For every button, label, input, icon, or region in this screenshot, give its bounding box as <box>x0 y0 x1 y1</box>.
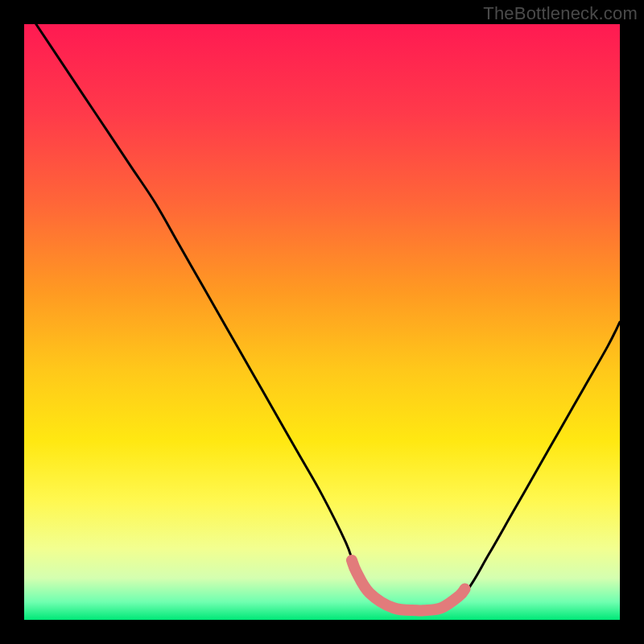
plot-svg <box>24 24 620 620</box>
chart-frame: TheBottleneck.com <box>0 0 644 644</box>
gradient-background <box>24 24 620 620</box>
watermark-text: TheBottleneck.com <box>483 3 638 24</box>
plot-area <box>24 24 620 620</box>
